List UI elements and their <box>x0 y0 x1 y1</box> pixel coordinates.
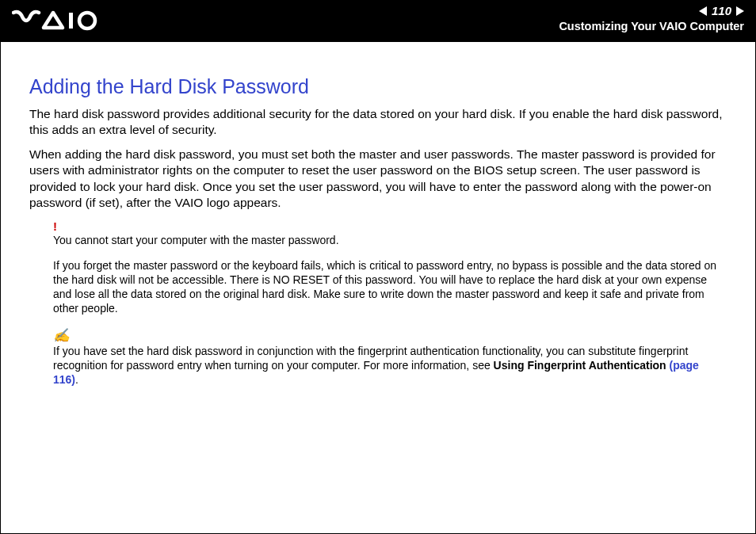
header-bar: 110 Customizing Your VAIO Computer <box>1 1 755 42</box>
note-icon: ✍ <box>53 327 727 344</box>
note-text: If you have set the hard disk password i… <box>53 344 727 387</box>
warning-text-2: If you forget the master password or the… <box>53 258 727 316</box>
note-bold: Using Fingerprint Authentication <box>494 359 670 372</box>
intro-paragraph-2: When adding the hard disk password, you … <box>29 147 727 212</box>
vaio-logo <box>12 9 99 36</box>
warning-block: ! You cannot start your computer with th… <box>53 219 727 387</box>
prev-page-arrow-icon[interactable] <box>699 6 707 16</box>
warning-text-1: You cannot start your computer with the … <box>53 233 727 247</box>
page-content: Adding the Hard Disk Password The hard d… <box>1 42 755 387</box>
intro-paragraph-1: The hard disk password provides addition… <box>29 106 727 139</box>
note-suffix: . <box>75 373 78 386</box>
page-nav: 110 <box>699 4 744 17</box>
section-title: Customizing Your VAIO Computer <box>559 20 744 32</box>
page-title: Adding the Hard Disk Password <box>29 75 727 98</box>
next-page-arrow-icon[interactable] <box>736 6 744 16</box>
svg-point-1 <box>79 13 95 29</box>
page-number: 110 <box>710 4 733 17</box>
svg-rect-0 <box>69 13 73 29</box>
warning-icon: ! <box>53 219 727 233</box>
